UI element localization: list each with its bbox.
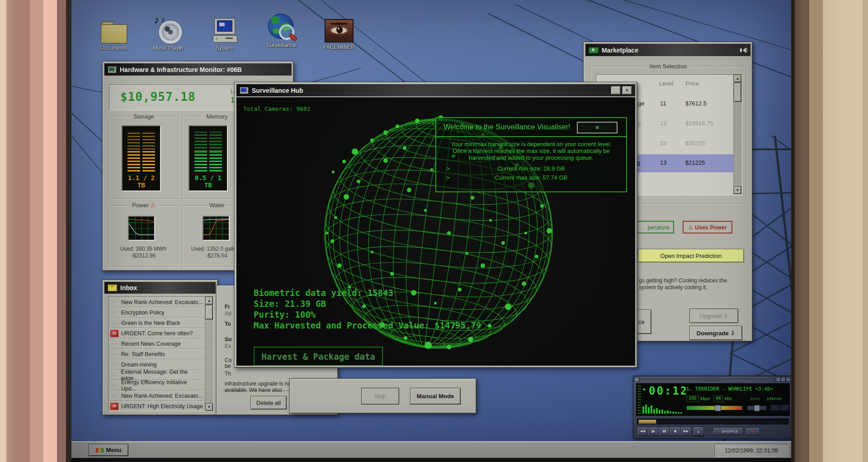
eq-button[interactable]	[770, 405, 779, 411]
hardware-window-title: Hardware & Infrastructure Monitor: #06B	[120, 66, 242, 73]
email-row[interactable]: ✉New Rank Achieved: Excavato...	[108, 297, 205, 307]
music-note-glyph: ♪	[154, 14, 159, 26]
player-shade-button[interactable]	[781, 377, 786, 382]
scroll-up-button[interactable]: ▲	[205, 297, 213, 305]
dialog-close-button[interactable]: ×	[577, 122, 618, 133]
music-note-glyph-2: ♪	[161, 15, 165, 24]
pause-button[interactable]: ▮▮	[659, 427, 670, 436]
scroll-up-button[interactable]: ▲	[734, 75, 741, 82]
surveillance-viewport: Total Cameras: 9602 Biometric data yield…	[236, 97, 635, 366]
purity-line: Purity: 100%	[254, 309, 481, 320]
desktop-icon-documents[interactable]: Documents	[94, 15, 134, 51]
stereo-indicator: stereo	[767, 396, 782, 401]
desktop-icon-faceminer[interactable]: FACEMINER	[319, 14, 359, 50]
max-value-line: Max Harvested and Processed Value: $1479…	[254, 320, 481, 331]
minimize-button[interactable]: _	[611, 86, 621, 95]
shuffle-led	[718, 430, 720, 432]
item-price: $7612.5	[685, 100, 707, 107]
next-button[interactable]: ▶▶	[680, 427, 692, 436]
scroll-down-button[interactable]: ▼	[734, 186, 741, 194]
harvest-package-button[interactable]: Harvest & Package data	[254, 347, 383, 366]
menu-button[interactable]: Menu	[89, 444, 128, 456]
email-field-label: To	[225, 321, 231, 327]
skip-button[interactable]: Skip	[361, 388, 399, 405]
email-subject: Green is the New Black	[121, 320, 180, 326]
music-cd-icon: ♪ ♪	[148, 15, 188, 43]
email-row-urgent[interactable]: ✉URGENT: High Electricity Usage	[108, 401, 205, 411]
envelope-icon: ✉	[110, 309, 118, 316]
desktop-icon-surveillance[interactable]: Surveillance	[261, 13, 301, 48]
scroll-thumb[interactable]	[734, 83, 741, 102]
scroll-down-button[interactable]: ▼	[205, 403, 213, 411]
email-row[interactable]: ✉Encryption Policy	[108, 307, 205, 318]
email-row[interactable]: ✉New Rank Achieved: Excavato...	[108, 391, 205, 401]
menu-logo-icon	[96, 448, 104, 452]
monitor-bezel-left	[0, 0, 71, 462]
seek-handle[interactable]	[638, 419, 656, 424]
email-field-label: be	[225, 363, 231, 369]
email-subject: New Rank Achieved: Excavato...	[121, 299, 203, 305]
email-body-line: infrastructure upgrade is now	[225, 381, 295, 387]
email-row-urgent[interactable]: ✉URGENT: Come here often?	[108, 328, 205, 338]
column-level: Level	[659, 80, 673, 87]
envelope-icon: ✉	[110, 372, 118, 378]
shuffle-button[interactable]: SHUFFLE	[713, 427, 744, 435]
scroll-thumb[interactable]	[205, 305, 213, 319]
size-line: Size: 21.39 GB	[254, 298, 481, 309]
downgrade-button[interactable]: Downgrade ⇩	[689, 326, 742, 340]
balance-slider[interactable]	[747, 405, 767, 410]
item-selection-label: Item Selection	[647, 63, 689, 70]
eject-button[interactable]: ▲	[693, 427, 704, 437]
play-button[interactable]: ▶	[648, 427, 659, 436]
spectrum-analyzer	[642, 403, 684, 414]
close-button[interactable]: ×	[622, 86, 632, 95]
harvest-stats: Biometric data yield: 15843 Size: 21.39 …	[254, 287, 481, 331]
processing-window: Skip Manual Mode	[289, 378, 476, 414]
inbox-scrollbar[interactable]: ▲ ▼	[205, 297, 213, 411]
player-minimize-button[interactable]	[776, 377, 781, 382]
clutter-bar[interactable]	[637, 385, 641, 414]
envelope-icon: ✉	[110, 361, 118, 368]
dialog-body: Your min/max harvest size is dependent o…	[436, 141, 626, 161]
surveillance-titlebar[interactable]: Surveillance Hub _ ×	[236, 84, 635, 96]
marketplace-titlebar[interactable]: Marketplace )	[585, 44, 750, 56]
desktop-icon-system[interactable]: System	[205, 15, 245, 51]
player-close-button[interactable]	[786, 377, 791, 382]
inbox-titlebar[interactable]: Inbox	[104, 282, 216, 294]
item-price: $15918.75	[685, 120, 713, 127]
uses-power-tag: ⚠ Uses Power	[683, 221, 732, 233]
item-price: $21225	[685, 159, 705, 166]
envelope-icon: ✉	[110, 299, 118, 305]
email-row[interactable]: ✉Recent News Coverage	[108, 338, 205, 349]
surveillance-hub-window: Surveillance Hub _ ×	[234, 82, 637, 368]
volume-slider[interactable]	[686, 405, 742, 410]
player-menu-icon[interactable]	[634, 377, 639, 382]
play-indicator-icon: ▶	[643, 387, 646, 391]
speaker-icon[interactable]: )	[740, 48, 747, 53]
email-row[interactable]: ✉Re: Staff Benefits	[108, 349, 205, 359]
manual-mode-button[interactable]: Manual Mode	[410, 388, 461, 405]
email-row[interactable]: ✉Green is the New Black	[108, 318, 205, 328]
hardware-monitor-titlebar[interactable]: Hardware & Infrastructure Monitor: #06B	[104, 63, 292, 76]
desktop-icon-music-player[interactable]: ♪ ♪ Music Player	[148, 15, 188, 51]
stop-button[interactable]: ■	[670, 427, 681, 436]
welcome-dialog-title: Welcome to the Surveillance Visualiser!	[443, 123, 570, 131]
surveillance-title: Surveillance Hub	[252, 87, 303, 94]
playlist-button[interactable]	[780, 405, 789, 411]
previous-button[interactable]: ◀◀	[637, 427, 648, 436]
item-level: 13	[660, 120, 666, 127]
delete-all-button[interactable]: Delete all	[250, 396, 287, 410]
marketplace-scrollbar[interactable]: ▲ ▼	[733, 75, 742, 194]
email-row[interactable]: ✉Energy Efficiency Initiative Upd...	[108, 380, 205, 391]
player-titlebar[interactable]	[633, 376, 792, 382]
repeat-button[interactable]	[745, 427, 760, 435]
upgrade-button[interactable]: Upgrade ⇧	[689, 309, 738, 323]
item-price: $28225	[685, 140, 705, 147]
email-subject: New Rank Achieved: Excavato...	[121, 393, 203, 399]
seek-bar[interactable]	[637, 419, 789, 424]
item-level: 13	[660, 159, 666, 166]
envelope-icon: ✉	[110, 319, 118, 326]
open-impact-prediction-button[interactable]: Open Impact Prediction	[638, 249, 744, 262]
menu-label: Menu	[106, 447, 122, 453]
cooling-description: gs getting high? Cooling reduces the sys…	[639, 277, 747, 291]
